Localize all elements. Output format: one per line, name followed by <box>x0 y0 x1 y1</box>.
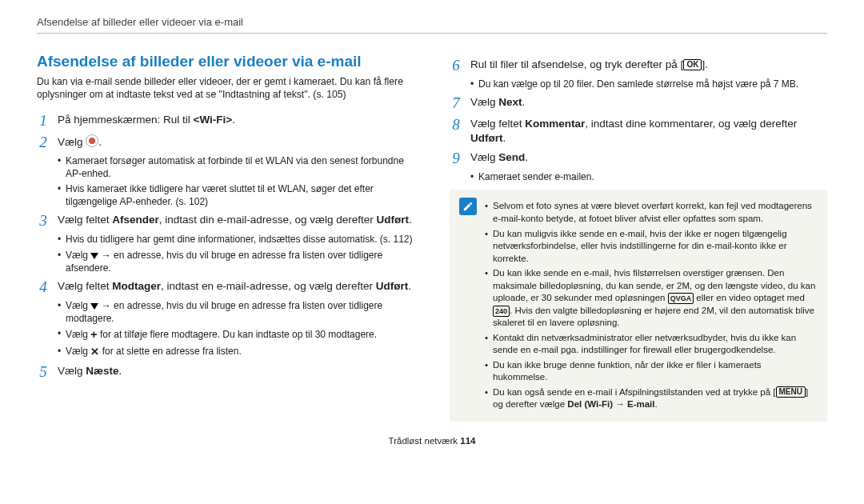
wifi-tag: <Wi-Fi> <box>194 114 233 126</box>
action-done: Udført <box>470 132 503 144</box>
step-6-sublist: Du kan vælge op til 20 filer. Den samled… <box>470 78 827 90</box>
step-text: Vælg <box>58 136 86 148</box>
step-number: 7 <box>450 95 462 112</box>
list-item: Hvis kameraet ikke tidligere har været s… <box>58 182 414 208</box>
left-column: Afsendelse af billeder eller videoer via… <box>37 53 414 422</box>
note-list: Selvom et foto synes at være blevet over… <box>485 198 818 413</box>
step-number: 1 <box>37 113 50 130</box>
note-icon <box>459 198 477 215</box>
step-9: 9 Vælg Send. <box>450 150 827 167</box>
step-number: 4 <box>37 279 50 296</box>
section-title: Afsendelse af billeder eller videoer via… <box>37 53 414 70</box>
list-item: Du kan vælge op til 20 filer. Den samled… <box>470 78 827 90</box>
qvga-badge: QVGA <box>668 293 694 304</box>
right-column: 6 Rul til filer til afsendelse, og tryk … <box>450 53 827 422</box>
page-footer: Trådløst netværk 114 <box>37 436 827 446</box>
intro-text: Du kan via e-mail sende billeder eller v… <box>37 75 414 102</box>
menu-path: Del (Wi-Fi) → E-mail <box>567 399 654 409</box>
list-item: Kameraet sender e-mailen. <box>470 170 827 183</box>
step-text: På hjemmeskærmen: Rul til <box>58 114 194 126</box>
list-item: Vælg → en adresse, hvis du vil bruge en … <box>58 299 414 325</box>
step-8: 8 Vælg feltet Kommentar, indtast dine ko… <box>450 117 827 146</box>
list-item: Vælg ✕ for at slette en adresse fra list… <box>58 345 414 359</box>
step-3-sublist: Hvis du tidligere har gemt dine informat… <box>58 233 414 274</box>
action-done: Udført <box>376 280 409 292</box>
list-item: Selvom et foto synes at være blevet over… <box>485 200 818 225</box>
step-number: 8 <box>450 117 462 134</box>
step-3: 3 Vælg feltet Afsender, indtast din e-ma… <box>37 213 414 230</box>
field-name: Modtager <box>112 280 161 292</box>
action-send: Send <box>498 151 525 163</box>
field-name: Kommentar <box>525 118 585 130</box>
step-1: 1 På hjemmeskærmen: Rul til <Wi-Fi>. <box>37 113 414 130</box>
step-9-sublist: Kameraet sender e-mailen. <box>470 170 827 183</box>
list-item: Kontakt din netværksadministrator eller … <box>485 332 818 357</box>
step-7: 7 Vælg Next. <box>450 95 827 112</box>
x-icon: ✕ <box>90 345 99 359</box>
field-name: Afsender <box>112 214 159 226</box>
note-box: Selvom et foto synes at være blevet over… <box>450 190 827 421</box>
list-item: Du kan ikke bruge denne funktion, når de… <box>485 359 818 384</box>
list-item: Kameraet forsøger automatisk at forbinde… <box>58 154 414 180</box>
list-item: Vælg + for at tilføje flere modtagere. D… <box>58 327 414 342</box>
triangle-down-icon <box>90 253 98 259</box>
action-next: Next <box>498 96 522 108</box>
step-number: 9 <box>450 150 462 167</box>
triangle-down-icon <box>90 303 98 310</box>
list-item: Hvis du tidligere har gemt dine informat… <box>58 233 414 246</box>
page-number: 114 <box>460 436 475 446</box>
step-number: 2 <box>37 134 50 151</box>
step-4: 4 Vælg feltet Modtager, indtast en e-mai… <box>37 279 414 296</box>
step-number: 3 <box>37 213 50 230</box>
step-number: 6 <box>450 58 462 74</box>
plus-icon: + <box>90 327 97 342</box>
footer-section: Trådløst netværk <box>389 436 461 446</box>
step-number: 5 <box>37 364 50 381</box>
step-6: 6 Rul til filer til afsendelse, og tryk … <box>450 58 827 74</box>
list-item: Du kan også sende en e-mail i Afspilning… <box>485 386 818 411</box>
step-2: 2 Vælg . <box>37 134 414 151</box>
step-4-sublist: Vælg → en adresse, hvis du vil bruge en … <box>58 299 414 359</box>
list-item: Du kan muligvis ikke sende en e-mail, hv… <box>485 228 818 266</box>
action-next: Næste <box>86 365 118 377</box>
action-done: Udført <box>376 214 409 226</box>
step-5: 5 Vælg Næste. <box>37 364 414 381</box>
ok-key: OK <box>683 59 702 70</box>
list-item: Vælg → en adresse, hvis du vil bruge en … <box>58 249 414 274</box>
menu-key: MENU <box>776 386 806 398</box>
step-2-sublist: Kameraet forsøger automatisk at forbinde… <box>58 154 414 209</box>
rec-badge: 240 <box>493 306 510 317</box>
power-icon <box>86 134 98 147</box>
list-item: Du kan ikke sende en e-mail, hvis filstø… <box>485 267 818 330</box>
running-header: Afsendelse af billeder eller videoer via… <box>37 16 827 34</box>
